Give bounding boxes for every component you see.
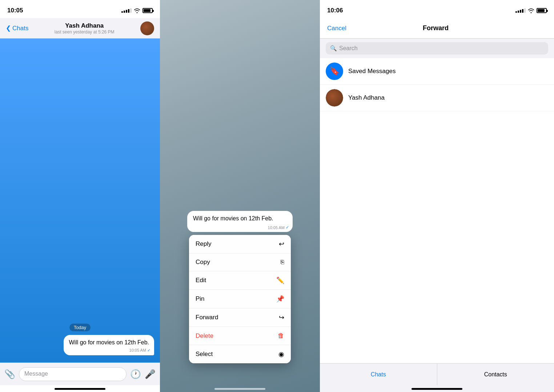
pin-icon: 📌 [276,295,284,303]
forward-screen: 10:06 Cancel Forward 🔍 [320,0,554,392]
context-menu-content: Will go for movies on 12th Feb. 10:05 AM… [160,211,320,385]
search-bar[interactable]: 🔍 Search [326,42,548,55]
search-placeholder: Search [339,45,358,52]
status-bar-1: 10:05 [0,0,160,18]
forward-nav: Cancel Forward [320,18,554,39]
message-placeholder: Message [24,371,48,377]
context-edit-label: Edit [196,277,206,284]
home-indicator-3 [412,388,462,390]
context-edit[interactable]: Edit ✏️ [189,271,291,290]
contact-name: Yash Adhana [28,22,140,29]
select-icon: ◉ [278,350,284,358]
status-time-1: 10:05 [7,7,23,14]
saved-messages-name: Saved Messages [348,68,396,75]
context-select[interactable]: Select ◉ [189,345,291,363]
message-time: 10:05 AM ✓ [129,348,150,353]
context-pin-label: Pin [196,295,205,303]
context-pin[interactable]: Pin 📌 [189,290,291,308]
yash-avatar [326,89,343,107]
wifi-icon [134,8,140,13]
context-reply[interactable]: Reply ↩ [189,235,291,253]
search-container: 🔍 Search [320,39,554,58]
context-copy[interactable]: Copy ⎘ [189,253,291,271]
contact-yash-adhana[interactable]: Yash Adhana [320,85,554,111]
tab-contacts-label: Contacts [484,371,507,378]
cancel-button[interactable]: Cancel [327,25,346,32]
floating-checkmark-icon: ✓ [286,225,289,230]
wifi-icon-3 [528,8,534,13]
context-reply-label: Reply [196,240,211,248]
chat-screen: 10:05 ❮ Chats Yash Adhan [0,0,160,392]
context-copy-label: Copy [196,259,210,266]
message-text: Will go for movies on 12th Feb. [69,339,149,345]
chat-nav-bar: ❮ Chats Yash Adhana last seen yesterday … [0,18,160,39]
yash-name: Yash Adhana [348,94,385,101]
bottom-tabs: Chats Contacts [320,363,554,385]
message-input[interactable]: Message [19,367,127,381]
floating-message-text: Will go for movies on 12th Feb. [193,215,273,221]
context-delete[interactable]: Delete 🗑 [189,327,291,345]
edit-icon: ✏️ [276,276,284,284]
search-icon: 🔍 [330,45,337,52]
back-button[interactable]: ❮ Chats [6,24,28,32]
tab-chats[interactable]: Chats [320,364,437,385]
contact-list: 🔖 Saved Messages Yash Adhana [320,58,554,363]
sticker-icon[interactable]: 🕐 [130,369,141,379]
avatar-image [140,21,154,35]
saved-messages-avatar: 🔖 [326,63,343,80]
forward-title: Forward [423,24,449,32]
contact-saved-messages[interactable]: 🔖 Saved Messages [320,58,554,85]
context-menu: Reply ↩ Copy ⎘ Edit ✏️ Pin 📌 Forward ↪ D… [189,235,291,363]
message-bubble[interactable]: Will go for movies on 12th Feb. 10:05 AM… [64,335,154,355]
floating-message-bubble: Will go for movies on 12th Feb. 10:05 AM… [187,211,293,232]
context-menu-screen: Will go for movies on 12th Feb. 10:05 AM… [160,0,320,392]
back-label: Chats [12,25,28,32]
battery-icon [142,8,153,13]
bookmark-icon: 🔖 [330,67,340,76]
nav-title-block: Yash Adhana last seen yesterday at 5:26 … [28,22,140,35]
mic-icon[interactable]: 🎤 [145,369,156,379]
home-indicator [55,388,105,390]
copy-icon: ⎘ [281,259,284,265]
status-icons-1 [121,8,153,13]
context-delete-label: Delete [196,332,213,340]
reply-icon: ↩ [279,240,284,248]
signal-icon-3 [515,8,526,13]
yash-avatar-image [326,89,343,107]
chat-body: Today Will go for movies on 12th Feb. 10… [0,39,160,363]
status-icons-3 [515,8,547,13]
status-bar-3: 10:06 [320,0,554,18]
tab-chats-label: Chats [371,371,386,378]
chevron-left-icon: ❮ [6,24,11,32]
battery-icon-3 [537,8,547,13]
context-forward-label: Forward [196,314,218,321]
delete-icon: 🗑 [278,332,284,340]
checkmark-icon: ✓ [147,348,150,353]
home-indicator-2 [214,388,265,390]
floating-message-time: 10:05 AM ✓ [268,225,289,230]
status-time-3: 10:06 [327,7,343,14]
attach-icon[interactable]: 📎 [4,369,15,379]
input-bar: 📎 Message 🕐 🎤 [0,363,160,385]
context-forward[interactable]: Forward ↪ [189,308,291,327]
date-badge: Today [6,324,154,331]
context-select-label: Select [196,351,213,358]
avatar[interactable] [140,21,154,35]
signal-icon [121,8,132,13]
tab-contacts[interactable]: Contacts [437,364,554,385]
forward-icon: ↪ [279,313,284,321]
last-seen: last seen yesterday at 5:26 PM [28,29,140,35]
